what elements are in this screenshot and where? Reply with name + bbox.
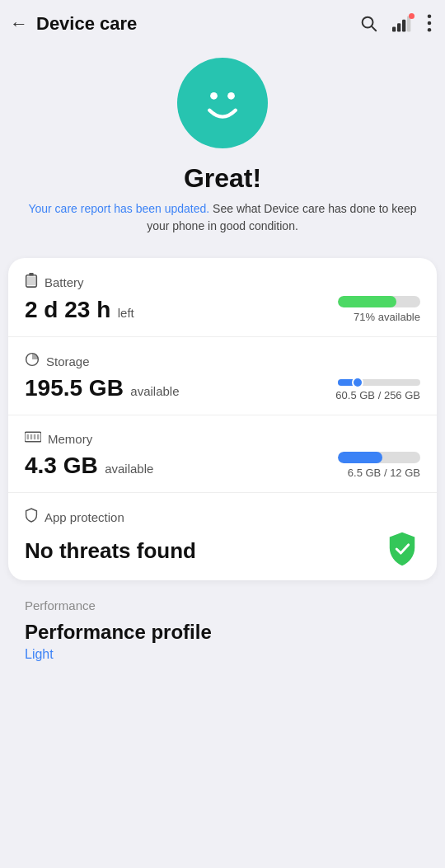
memory-icon [25,430,41,447]
storage-value: 195.5 GB [25,375,124,401]
more-options-icon[interactable] [427,14,432,35]
app-protection-icon [25,508,38,526]
storage-separator: / [378,389,384,401]
storage-label-row: Storage [25,352,420,370]
search-icon[interactable] [359,14,377,35]
page-title: Device care [36,13,137,35]
hero-subtitle: Your care report has been updated. See w… [16,200,429,235]
hero-status-title: Great! [184,163,261,194]
storage-bar-track [338,379,420,386]
storage-section[interactable]: Storage 195.5 GB available 60.5 GB / 256… [8,337,437,415]
storage-main-row: 195.5 GB available 60.5 GB / 256 GB [25,375,420,401]
hero-section: Great! Your care report has been updated… [0,43,445,258]
memory-bar-track [338,452,420,463]
svg-rect-16 [27,434,30,440]
battery-label: Battery [44,275,84,289]
svg-rect-4 [402,20,405,32]
memory-total: 12 GB [390,467,420,479]
performance-category-label: Performance [25,598,420,612]
storage-value-area: 195.5 GB available [25,375,180,401]
battery-percent-label: 71% available [354,311,420,323]
performance-profile-label: Performance profile [25,621,420,644]
battery-icon [25,273,38,291]
status-smiley [177,58,268,148]
svg-point-9 [210,92,218,100]
storage-icon [25,352,40,370]
memory-value: 4.3 GB [25,453,98,478]
app-protection-label: App protection [44,510,124,524]
header: ← Device care [0,0,445,43]
svg-rect-12 [29,273,33,276]
back-button[interactable]: ← [10,13,28,35]
memory-bar-fill [338,452,382,463]
app-protection-section[interactable]: App protection No threats found [8,493,437,580]
storage-bar-dot [352,377,363,388]
svg-rect-18 [34,434,36,440]
svg-point-7 [428,21,432,25]
battery-value-area: 2 d 23 h left [25,297,134,323]
svg-point-6 [428,14,432,18]
storage-used: 60.5 GB [335,389,375,401]
shield-checkmark-icon [384,531,420,567]
svg-point-8 [428,27,432,31]
battery-bar-fill [338,296,396,307]
battery-unit: left [118,306,134,320]
memory-main-row: 4.3 GB available 6.5 GB / 12 GB [25,452,420,479]
memory-used: 6.5 GB [348,467,381,479]
storage-unit: available [130,384,179,398]
battery-section[interactable]: Battery 2 d 23 h left 71% available [8,258,437,337]
battery-label-row: Battery [25,273,420,291]
signal-icon[interactable] [392,15,412,33]
storage-usage-label: 60.5 GB / 256 GB [335,389,420,401]
battery-main-row: 2 d 23 h left 71% available [25,296,420,323]
header-icons [359,14,432,35]
storage-total: 256 GB [384,389,420,401]
svg-rect-3 [397,23,400,31]
memory-usage-label: 6.5 GB / 12 GB [348,467,420,479]
memory-progress-area: 6.5 GB / 12 GB [338,452,420,479]
memory-value-area: 4.3 GB available [25,453,153,479]
battery-bar-track [338,296,420,307]
storage-progress-area: 60.5 GB / 256 GB [335,379,420,401]
signal-notification-dot [409,13,415,19]
memory-label: Memory [48,432,92,446]
svg-rect-13 [27,277,35,286]
performance-section[interactable]: Performance Performance profile Light [8,580,437,675]
battery-value: 2 d 23 h [25,297,110,322]
svg-line-1 [372,26,376,30]
svg-rect-19 [37,434,40,440]
cards-container: Battery 2 d 23 h left 71% available [8,258,437,580]
smiley-face-icon [194,74,251,132]
hero-subtitle-link[interactable]: Your care report has been updated. [28,202,209,215]
svg-rect-17 [30,434,33,440]
memory-unit: available [105,462,153,476]
memory-section[interactable]: Memory 4.3 GB available 6.5 GB / 12 GB [8,415,437,493]
protection-status-row: No threats found [25,531,420,567]
svg-point-10 [227,92,235,100]
memory-label-row: Memory [25,430,420,447]
header-left: ← Device care [10,13,137,35]
performance-profile-value: Light [25,647,420,662]
battery-progress-area: 71% available [338,296,420,323]
threat-status-text: No threats found [25,538,196,564]
storage-label: Storage [46,354,90,368]
svg-rect-2 [392,26,396,31]
protection-label-row: App protection [25,508,420,526]
